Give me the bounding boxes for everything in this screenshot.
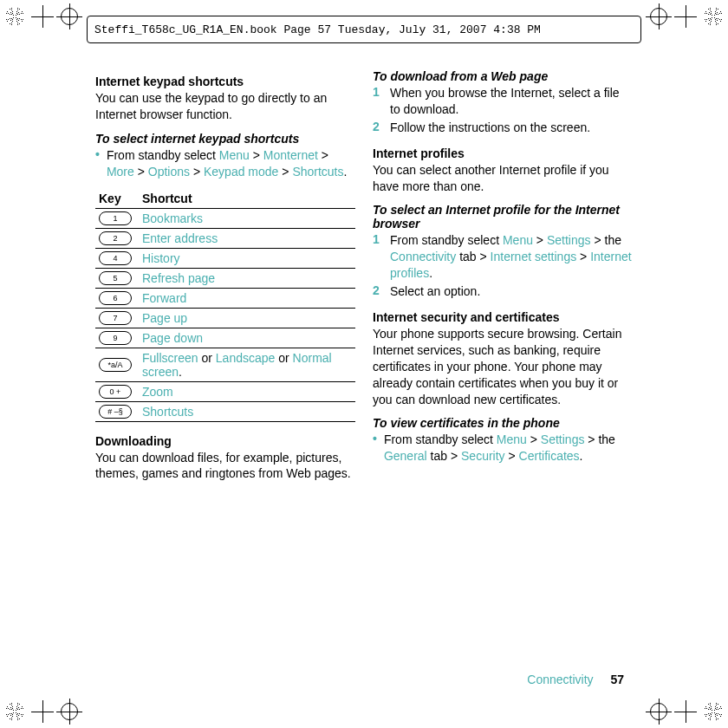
step-number: 1	[373, 85, 383, 99]
crop-mark-bottom-left	[5, 700, 78, 723]
key-icon: 0 +	[99, 385, 132, 399]
text-end: .	[429, 266, 432, 280]
shortcut-label: Bookmarks	[142, 211, 355, 225]
shortcut-label: Page up	[142, 311, 355, 325]
key-icon: 9	[99, 331, 132, 345]
key-icon: 1	[99, 211, 132, 225]
registration-circle-icon	[650, 8, 667, 25]
cross-icon	[31, 700, 54, 723]
para-internet-profiles: You can select another Internet profile …	[373, 162, 633, 195]
key-icon: 6	[99, 291, 132, 305]
registration-circle-icon	[650, 703, 667, 720]
shortcut-table: Key Shortcut 1 Bookmarks 2 Enter address…	[95, 189, 355, 422]
registration-target-icon	[5, 702, 24, 721]
table-row: 1 Bookmarks	[95, 209, 355, 229]
page-body: Internet keypad shortcuts You can use th…	[95, 69, 633, 659]
text-prefix: From standby select	[390, 233, 503, 247]
gt: tab >	[456, 250, 490, 263]
text-prefix: From standby select	[107, 148, 219, 162]
para-downloading: You can download files, for example, pic…	[95, 450, 355, 483]
gt: tab >	[427, 449, 461, 463]
step-b2: 2 Select an option.	[373, 283, 633, 300]
page-footer: Connectivity 57	[527, 673, 624, 686]
link-certificates: Certificates	[519, 449, 580, 463]
shortcut-label: Refresh page	[142, 271, 355, 285]
subheading-select-shortcuts: To select internet keypad shortcuts	[95, 132, 355, 146]
subheading-download-from-web: To download from a Web page	[373, 69, 633, 83]
framemaker-header-text: Steffi_T658c_UG_R1A_EN.book Page 57 Tues…	[94, 23, 541, 36]
framemaker-header: Steffi_T658c_UG_R1A_EN.book Page 57 Tues…	[87, 16, 641, 43]
link-security: Security	[461, 449, 505, 463]
text-or: or	[275, 351, 292, 365]
shortcut-label: Zoom	[142, 385, 355, 399]
bullet-dot-icon: •	[373, 432, 377, 445]
shortcut-label: Page down	[142, 331, 355, 345]
link-menu: Menu	[503, 233, 533, 247]
gt: >	[278, 165, 292, 179]
text-end: .	[344, 165, 348, 179]
link-menu: Menu	[219, 148, 250, 162]
step-1-text: When you browse the Internet, select a f…	[390, 85, 633, 118]
step-number: 2	[373, 283, 383, 297]
text-prefix: From standby select	[384, 432, 497, 446]
gt: >	[318, 148, 328, 162]
gt: >	[250, 148, 263, 162]
cross-icon	[31, 5, 54, 28]
gt: >	[134, 165, 148, 179]
gt: > the	[591, 233, 621, 247]
gt: >	[527, 432, 541, 446]
link-more: More	[107, 165, 134, 179]
key-icon: *a/A	[99, 358, 132, 372]
table-row: 2 Enter address	[95, 229, 355, 249]
table-row: *a/A Fullscreen or Landscape or Normal s…	[95, 348, 355, 382]
crop-mark-top-right	[650, 5, 723, 28]
bullet-standby-select: • From standby select Menu > Monternet >…	[95, 147, 355, 180]
table-row: 6 Forward	[95, 289, 355, 309]
bullet-standby-select-text: From standby select Menu > Monternet > M…	[107, 147, 355, 180]
link-landscape: Landscape	[216, 351, 276, 365]
table-row: 9 Page down	[95, 328, 355, 348]
link-connectivity: Connectivity	[390, 250, 456, 263]
link-settings: Settings	[541, 432, 585, 446]
footer-section: Connectivity	[527, 673, 593, 686]
heading-security-certs: Internet security and certificates	[373, 310, 633, 324]
key-icon: 5	[99, 271, 132, 285]
gt: >	[576, 250, 590, 263]
cross-icon	[674, 700, 697, 723]
heading-internet-profiles: Internet profiles	[373, 146, 633, 160]
registration-circle-icon	[61, 703, 78, 720]
right-column: To download from a Web page 1 When you b…	[373, 69, 633, 659]
crop-mark-top-left	[5, 5, 78, 28]
link-options: Options	[148, 165, 190, 179]
link-settings: Settings	[547, 233, 591, 247]
gt: > the	[584, 432, 614, 446]
table-row: # –§ Shortcuts	[95, 402, 355, 422]
col-header-shortcut: Shortcut	[142, 192, 355, 205]
table-row: 0 + Zoom	[95, 382, 355, 402]
gt: >	[533, 233, 547, 247]
heading-internet-keypad-shortcuts: Internet keypad shortcuts	[95, 75, 355, 88]
registration-target-icon	[704, 702, 723, 721]
subheading-select-profile: To select an Internet profile for the In…	[373, 203, 633, 231]
shortcut-label: History	[142, 251, 355, 265]
gt: >	[505, 449, 519, 463]
para-use-keypad: You can use the keypad to go directly to…	[95, 90, 355, 123]
step-number: 1	[373, 232, 383, 246]
table-row: 7 Page up	[95, 309, 355, 328]
cross-icon	[674, 5, 697, 28]
registration-target-icon	[704, 7, 723, 26]
link-fullscreen: Fullscreen	[142, 351, 198, 365]
step-1: 1 When you browse the Internet, select a…	[373, 85, 633, 118]
bullet-dot-icon: •	[95, 147, 100, 161]
heading-downloading: Downloading	[95, 434, 355, 448]
text-end: .	[179, 365, 182, 379]
table-header: Key Shortcut	[95, 189, 355, 209]
step-b1: 1 From standby select Menu > Settings > …	[373, 232, 633, 282]
key-icon: # –§	[99, 405, 132, 419]
text-end: .	[580, 449, 583, 463]
step-2: 2 Follow the instructions on the screen.	[373, 120, 633, 136]
link-general: General	[384, 449, 427, 463]
bullet-view-certs-text: From standby select Menu > Settings > th…	[384, 432, 633, 465]
step-b1-text: From standby select Menu > Settings > th…	[390, 232, 633, 282]
key-icon: 4	[99, 251, 132, 265]
